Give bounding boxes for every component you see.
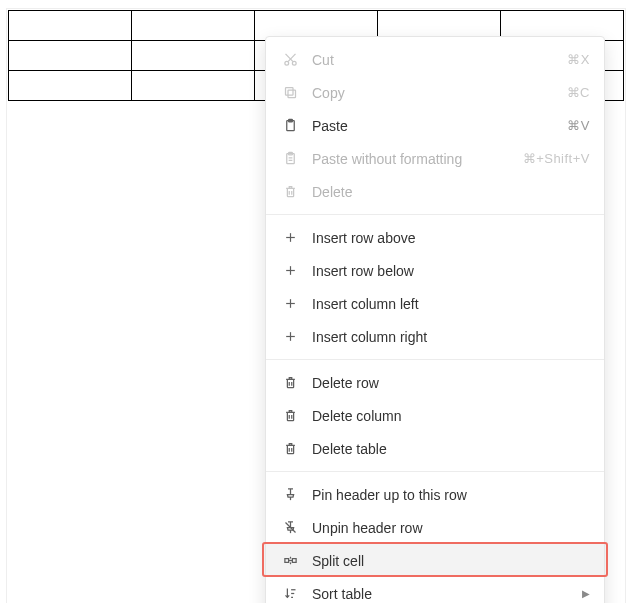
- svg-rect-4: [288, 90, 296, 98]
- menu-item-label: Delete table: [312, 441, 590, 457]
- svg-rect-31: [284, 559, 288, 563]
- copy-icon: [280, 83, 300, 103]
- trash-icon: [280, 373, 300, 393]
- menu-item-label: Paste: [312, 118, 567, 134]
- menu-item-label: Pin header up to this row: [312, 487, 590, 503]
- menu-item-pin-header[interactable]: Pin header up to this row: [266, 478, 604, 511]
- menu-item-label: Unpin header row: [312, 520, 590, 536]
- menu-item-shortcut: ⌘+Shift+V: [523, 151, 590, 166]
- menu-item-shortcut: ⌘V: [567, 118, 590, 133]
- menu-item-split-cell[interactable]: Split cell: [266, 544, 604, 577]
- svg-rect-32: [292, 559, 296, 563]
- svg-rect-7: [288, 119, 292, 122]
- unpin-icon: [280, 518, 300, 538]
- menu-item-label: Insert column right: [312, 329, 590, 345]
- paste-icon: [280, 116, 300, 136]
- menu-item-paste-plain[interactable]: Paste without formatting ⌘+Shift+V: [266, 142, 604, 175]
- menu-item-label: Insert row above: [312, 230, 590, 246]
- menu-item-label: Insert column left: [312, 296, 590, 312]
- menu-item-label: Copy: [312, 85, 567, 101]
- menu-separator: [266, 214, 604, 215]
- menu-item-unpin-header[interactable]: Unpin header row: [266, 511, 604, 544]
- menu-item-insert-col-right[interactable]: Insert column right: [266, 320, 604, 353]
- menu-item-label: Sort table: [312, 586, 574, 602]
- menu-item-paste[interactable]: Paste ⌘V: [266, 109, 604, 142]
- menu-item-delete-row[interactable]: Delete row: [266, 366, 604, 399]
- menu-item-label: Cut: [312, 52, 567, 68]
- plus-icon: [280, 294, 300, 314]
- trash-icon: [280, 439, 300, 459]
- plus-icon: [280, 327, 300, 347]
- menu-item-label: Paste without formatting: [312, 151, 523, 167]
- menu-separator: [266, 471, 604, 472]
- menu-item-label: Split cell: [312, 553, 590, 569]
- menu-item-label: Delete: [312, 184, 590, 200]
- menu-item-delete[interactable]: Delete: [266, 175, 604, 208]
- chevron-right-icon: ▶: [582, 588, 590, 599]
- trash-icon: [280, 406, 300, 426]
- plus-icon: [280, 261, 300, 281]
- menu-item-sort-table[interactable]: Sort table ▶: [266, 577, 604, 603]
- svg-rect-5: [285, 88, 293, 96]
- menu-item-label: Delete row: [312, 375, 590, 391]
- menu-item-label: Delete column: [312, 408, 590, 424]
- menu-item-copy[interactable]: Copy ⌘C: [266, 76, 604, 109]
- menu-item-cut[interactable]: Cut ⌘X: [266, 43, 604, 76]
- svg-point-0: [284, 61, 288, 65]
- menu-item-delete-col[interactable]: Delete column: [266, 399, 604, 432]
- menu-item-insert-col-left[interactable]: Insert column left: [266, 287, 604, 320]
- menu-item-insert-row-below[interactable]: Insert row below: [266, 254, 604, 287]
- cut-icon: [280, 50, 300, 70]
- pin-icon: [280, 485, 300, 505]
- menu-item-label: Insert row below: [312, 263, 590, 279]
- menu-item-shortcut: ⌘C: [567, 85, 590, 100]
- sort-icon: [280, 584, 300, 604]
- menu-item-shortcut: ⌘X: [567, 52, 590, 67]
- paste-plain-icon: [280, 149, 300, 169]
- context-menu: Cut ⌘X Copy ⌘C Paste ⌘V Paste without fo…: [265, 36, 605, 603]
- split-icon: [280, 551, 300, 571]
- menu-item-insert-row-above[interactable]: Insert row above: [266, 221, 604, 254]
- trash-icon: [280, 182, 300, 202]
- menu-separator: [266, 359, 604, 360]
- menu-item-delete-table[interactable]: Delete table: [266, 432, 604, 465]
- svg-point-1: [292, 61, 296, 65]
- plus-icon: [280, 228, 300, 248]
